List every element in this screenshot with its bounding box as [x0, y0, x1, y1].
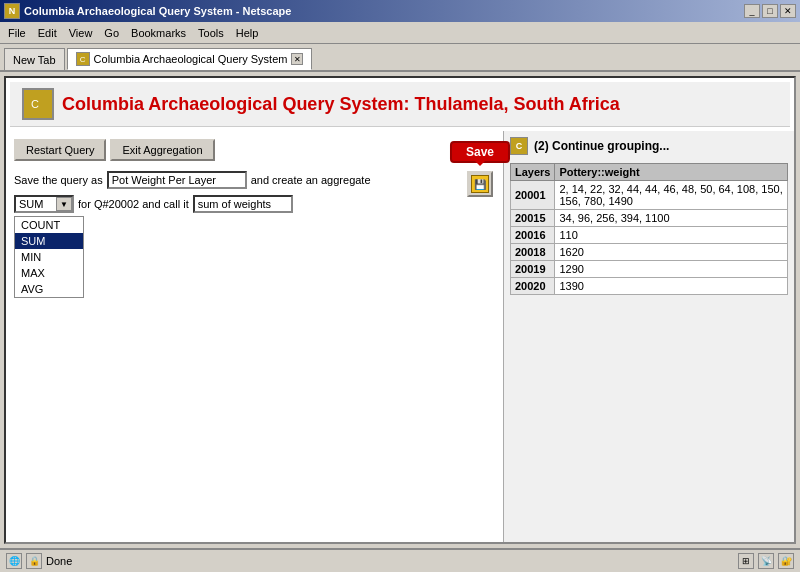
- table-row: 20019 1290: [511, 261, 788, 278]
- tab-bar: New Tab C Columbia Archaeological Query …: [0, 44, 800, 72]
- tab-main[interactable]: C Columbia Archaeological Query System ✕: [67, 48, 313, 70]
- layer-cell: 20015: [511, 210, 555, 227]
- exit-aggregation-button[interactable]: Exit Aggregation: [110, 139, 214, 161]
- table-row: 20015 34, 96, 256, 394, 1100: [511, 210, 788, 227]
- header-icon: C: [22, 88, 54, 120]
- option-count[interactable]: COUNT: [15, 217, 83, 233]
- menu-edit[interactable]: Edit: [32, 25, 63, 41]
- status-text: Done: [46, 555, 72, 567]
- menu-bookmarks[interactable]: Bookmarks: [125, 25, 192, 41]
- menu-view[interactable]: View: [63, 25, 99, 41]
- window-title: Columbia Archaeological Query System - N…: [24, 5, 291, 17]
- option-min[interactable]: MIN: [15, 249, 83, 265]
- content-split: Restart Query Exit Aggregation Save the …: [6, 131, 794, 542]
- floppy-icon: 💾: [471, 175, 489, 193]
- value-cell: 110: [555, 227, 788, 244]
- right-header-text: (2) Continue grouping...: [534, 139, 669, 153]
- table-row: 20016 110: [511, 227, 788, 244]
- status-icon-earth: 🌐: [6, 553, 22, 569]
- security-icon: 🔐: [778, 553, 794, 569]
- svg-text:C: C: [31, 98, 39, 110]
- value-cell: 1290: [555, 261, 788, 278]
- query-row: SUM ▼ for Q#20002 and call it: [14, 195, 495, 213]
- layer-cell: 20019: [511, 261, 555, 278]
- for-label: for Q#20002 and call it: [78, 198, 189, 210]
- right-panel: C (2) Continue grouping... Layers Potter…: [504, 131, 794, 542]
- option-max[interactable]: MAX: [15, 265, 83, 281]
- page-header: C Columbia Archaeological Query System: …: [10, 82, 790, 127]
- save-name-input[interactable]: Pot Weight Per Layer: [107, 171, 247, 189]
- save-callout-arrow: [475, 161, 485, 171]
- save-suffix-text: and create an aggregate: [251, 174, 371, 186]
- value-cell: 34, 96, 256, 394, 1100: [555, 210, 788, 227]
- table-row: 20018 1620: [511, 244, 788, 261]
- save-prefix-text: Save the query as: [14, 174, 103, 186]
- maximize-button[interactable]: □: [762, 4, 778, 18]
- right-header: C (2) Continue grouping...: [510, 137, 788, 155]
- dropdown-menu[interactable]: COUNT SUM MIN MAX AVG: [14, 216, 84, 298]
- save-icon-button[interactable]: 💾: [467, 171, 493, 197]
- value-cell: 2, 14, 22, 32, 44, 44, 46, 48, 50, 64, 1…: [555, 181, 788, 210]
- tab-new[interactable]: New Tab: [4, 48, 65, 70]
- button-row: Restart Query Exit Aggregation: [14, 139, 495, 161]
- main-window: C Columbia Archaeological Query System: …: [4, 76, 796, 544]
- app-icon: N: [4, 3, 20, 19]
- menu-file[interactable]: File: [2, 25, 32, 41]
- col-layers: Layers: [511, 164, 555, 181]
- restart-query-button[interactable]: Restart Query: [14, 139, 106, 161]
- right-header-icon: C: [510, 137, 528, 155]
- table-row: 20001 2, 14, 22, 32, 44, 44, 46, 48, 50,…: [511, 181, 788, 210]
- status-bar: 🌐 🔒 Done ⊞ 📡 🔐: [0, 548, 800, 572]
- tab-icon: C: [76, 52, 90, 66]
- layer-cell: 20001: [511, 181, 555, 210]
- save-button-area: Save 💾: [467, 169, 493, 197]
- status-icon-lock: 🔒: [26, 553, 42, 569]
- option-avg[interactable]: AVG: [15, 281, 83, 297]
- value-cell: 1390: [555, 278, 788, 295]
- layer-cell: 20020: [511, 278, 555, 295]
- menu-go[interactable]: Go: [98, 25, 125, 41]
- menu-bar: File Edit View Go Bookmarks Tools Help: [0, 22, 800, 44]
- menu-help[interactable]: Help: [230, 25, 265, 41]
- tab-main-label: Columbia Archaeological Query System: [94, 53, 288, 65]
- tab-close-button[interactable]: ✕: [291, 53, 303, 65]
- data-table: Layers Pottery::weight 20001 2, 14, 22, …: [510, 163, 788, 295]
- close-button[interactable]: ✕: [780, 4, 796, 18]
- value-cell: 1620: [555, 244, 788, 261]
- save-callout: Save: [450, 141, 510, 163]
- menu-tools[interactable]: Tools: [192, 25, 230, 41]
- new-tab-label: New Tab: [13, 54, 56, 66]
- save-label-row: Save the query as Pot Weight Per Layer a…: [14, 171, 495, 189]
- left-panel: Restart Query Exit Aggregation Save the …: [6, 131, 504, 542]
- table-row: 20020 1390: [511, 278, 788, 295]
- selected-option: SUM: [14, 195, 74, 213]
- layer-cell: 20018: [511, 244, 555, 261]
- page-title: Columbia Archaeological Query System: Th…: [62, 94, 620, 115]
- resize-icon: ⊞: [738, 553, 754, 569]
- option-sum[interactable]: SUM: [15, 233, 83, 249]
- status-left: 🌐 🔒 Done: [6, 553, 72, 569]
- aggregate-dropdown[interactable]: SUM ▼: [14, 195, 74, 213]
- status-right: ⊞ 📡 🔐: [738, 553, 794, 569]
- layer-cell: 20016: [511, 227, 555, 244]
- network-icon: 📡: [758, 553, 774, 569]
- minimize-button[interactable]: _: [744, 4, 760, 18]
- window-controls[interactable]: _ □ ✕: [744, 4, 796, 18]
- aggregate-name-input[interactable]: [193, 195, 293, 213]
- col-pottery: Pottery::weight: [555, 164, 788, 181]
- title-bar: N Columbia Archaeological Query System -…: [0, 0, 800, 22]
